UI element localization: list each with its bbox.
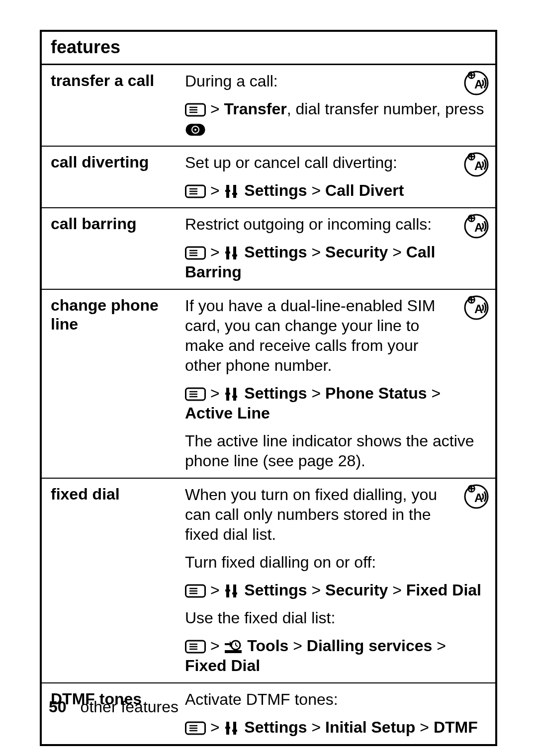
nav-path: > Settings > Security > Call Barring (185, 242, 486, 282)
table-row: call barring Restrict outgoing or incomi… (41, 208, 496, 289)
feature-description: When you turn on fixed dialling, you can… (185, 478, 496, 683)
page-number: 50 (49, 698, 67, 716)
nav-item: DTMF (434, 718, 478, 736)
table-row: fixed dial When you turn on fixed dialli… (41, 478, 496, 683)
table-header: features (41, 31, 496, 65)
feature-name: change phone line (41, 289, 185, 478)
nav-path: > Settings > Call Divert (185, 180, 486, 200)
settings-icon (224, 183, 240, 198)
feature-description: If you have a dual-line-enabled SIM card… (185, 289, 496, 478)
nav-item: Fixed Dial (185, 657, 260, 674)
nav-path: > Transfer, dial transfer number, press (185, 99, 486, 139)
feature-name: fixed dial (41, 478, 185, 683)
menu-key-icon (185, 720, 206, 735)
feature-name: transfer a call (41, 65, 185, 147)
nav-item: Transfer (224, 100, 286, 118)
send-key-icon (185, 122, 206, 137)
nav-item: Fixed Dial (406, 581, 481, 599)
nav-item: Settings (244, 384, 307, 402)
operator-badge-icon (463, 484, 489, 509)
settings-icon (224, 386, 240, 401)
operator-badge-icon (463, 152, 489, 177)
table-row: call diverting Set up or cancel call div… (41, 146, 496, 208)
nav-path: > Settings > Initial Setup > DTMF (185, 717, 486, 737)
nav-item: Dialling services (307, 637, 433, 655)
feature-description: Set up or cancel call diverting: > Setti… (185, 146, 496, 208)
settings-icon (224, 245, 240, 260)
operator-badge-icon (463, 70, 489, 96)
nav-item: Active Line (185, 404, 270, 422)
nav-item: Settings (244, 181, 307, 199)
nav-item: Settings (244, 243, 307, 261)
table-row: transfer a call During a call: > Transfe… (41, 65, 496, 147)
table-row: change phone line If you have a dual-lin… (41, 289, 496, 478)
description-text: Activate DTMF tones: (185, 689, 486, 709)
nav-item: Initial Setup (325, 718, 415, 736)
tools-icon (224, 639, 243, 654)
operator-badge-icon (463, 213, 489, 239)
nav-item: Security (325, 581, 388, 599)
feature-description: Restrict outgoing or incoming calls: > S… (185, 208, 496, 289)
nav-tail-text: , dial transfer number, press (287, 100, 484, 118)
menu-key-icon (185, 245, 206, 260)
settings-icon (224, 720, 240, 735)
menu-key-icon (185, 386, 206, 401)
nav-item: Settings (244, 581, 307, 599)
description-text: If you have a dual-line-enabled SIM card… (185, 296, 486, 375)
nav-path: > Tools > Dialling services > Fixed Dial (185, 636, 486, 675)
nav-path: > Settings > Security > Fixed Dial (185, 580, 486, 600)
operator-badge-icon (463, 295, 489, 321)
nav-item: Call Divert (325, 181, 404, 199)
feature-description: During a call: > Transfer, dial transfer… (185, 65, 496, 147)
menu-key-icon (185, 183, 206, 198)
features-table: features transfer a call During a call: … (40, 30, 497, 746)
nav-item: Tools (247, 637, 288, 655)
feature-name: call barring (41, 208, 185, 289)
description-text: Use the fixed dial list: (185, 608, 486, 628)
section-title: other features (81, 698, 179, 716)
nav-item: Settings (244, 718, 307, 736)
menu-key-icon (185, 583, 206, 598)
feature-name: call diverting (41, 146, 185, 208)
settings-icon (224, 583, 240, 598)
menu-key-icon (185, 639, 206, 654)
page-footer: 50other features (49, 698, 179, 716)
description-text: Turn fixed dialling on or off: (185, 552, 486, 572)
description-text: When you turn on fixed dialling, you can… (185, 485, 486, 544)
menu-key-icon (185, 102, 206, 117)
description-text: The active line indicator shows the acti… (185, 431, 486, 471)
nav-item: Phone Status (325, 384, 427, 402)
description-text: Set up or cancel call diverting: (185, 153, 486, 172)
nav-item: Security (325, 243, 388, 261)
manual-page: features transfer a call During a call: … (0, 0, 537, 756)
feature-description: Activate DTMF tones: > Settings > Initia… (185, 683, 496, 745)
description-text: During a call: (185, 71, 486, 91)
description-text: Restrict outgoing or incoming calls: (185, 214, 486, 234)
nav-path: > Settings > Phone Status > Active Line (185, 383, 486, 423)
